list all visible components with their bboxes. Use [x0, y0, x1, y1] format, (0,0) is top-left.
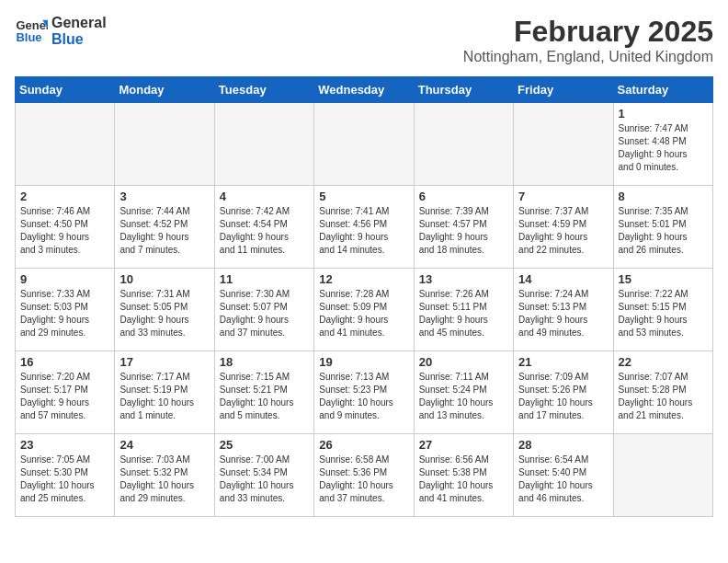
day-number: 7 [518, 190, 608, 203]
location-subtitle: Nottingham, England, United Kingdom [463, 49, 713, 65]
day-info: Sunrise: 7:26 AM Sunset: 5:11 PM Dayligh… [419, 288, 508, 339]
day-info: Sunrise: 6:56 AM Sunset: 5:38 PM Dayligh… [419, 454, 508, 505]
day-number: 15 [619, 272, 708, 286]
day-info: Sunrise: 7:42 AM Sunset: 4:54 PM Dayligh… [220, 205, 309, 257]
day-number: 17 [119, 355, 209, 369]
calendar-cell [115, 103, 214, 186]
day-number: 11 [220, 272, 309, 286]
day-number: 21 [518, 355, 608, 369]
day-info: Sunrise: 6:54 AM Sunset: 5:40 PM Dayligh… [518, 454, 608, 505]
calendar-cell: 13Sunrise: 7:26 AM Sunset: 5:11 PM Dayli… [414, 269, 513, 351]
logo-blue-text: Blue [51, 31, 107, 48]
calendar-cell: 24Sunrise: 7:03 AM Sunset: 5:32 PM Dayli… [115, 434, 214, 517]
calendar-week-3: 9Sunrise: 7:33 AM Sunset: 5:03 PM Daylig… [16, 269, 713, 351]
svg-text:Blue: Blue [16, 30, 41, 44]
calendar-cell: 19Sunrise: 7:13 AM Sunset: 5:23 PM Dayli… [314, 351, 414, 434]
day-info: Sunrise: 7:20 AM Sunset: 5:17 PM Dayligh… [20, 371, 109, 422]
calendar-cell [514, 103, 613, 186]
day-info: Sunrise: 7:22 AM Sunset: 5:15 PM Dayligh… [619, 288, 708, 339]
calendar-cell: 8Sunrise: 7:35 AM Sunset: 5:01 PM Daylig… [613, 186, 712, 269]
header: General Blue General Blue February 2025 … [15, 15, 713, 65]
day-info: Sunrise: 7:17 AM Sunset: 5:19 PM Dayligh… [119, 371, 209, 422]
calendar-header-wednesday: Wednesday [314, 77, 414, 103]
day-number: 26 [319, 438, 408, 452]
day-number: 20 [419, 355, 508, 369]
logo-icon: General Blue [15, 15, 48, 48]
calendar-header-saturday: Saturday [613, 77, 712, 103]
calendar-cell [16, 103, 115, 186]
day-number: 3 [119, 190, 209, 203]
day-number: 2 [20, 190, 109, 203]
day-info: Sunrise: 7:05 AM Sunset: 5:30 PM Dayligh… [20, 454, 109, 505]
day-number: 14 [518, 272, 608, 286]
calendar-cell: 27Sunrise: 6:56 AM Sunset: 5:38 PM Dayli… [414, 434, 513, 517]
day-info: Sunrise: 7:30 AM Sunset: 5:07 PM Dayligh… [220, 288, 309, 339]
logo-general-text: General [51, 15, 107, 31]
calendar-cell: 1Sunrise: 7:47 AM Sunset: 4:48 PM Daylig… [613, 103, 712, 186]
day-info: Sunrise: 7:35 AM Sunset: 5:01 PM Dayligh… [619, 205, 708, 257]
day-info: Sunrise: 7:00 AM Sunset: 5:34 PM Dayligh… [220, 454, 309, 505]
day-info: Sunrise: 7:33 AM Sunset: 5:03 PM Dayligh… [20, 288, 109, 339]
day-number: 6 [419, 190, 508, 203]
calendar-cell [314, 103, 414, 186]
calendar-header-friday: Friday [514, 77, 613, 103]
calendar-header-thursday: Thursday [414, 77, 513, 103]
logo: General Blue General Blue [15, 15, 107, 48]
calendar-cell: 25Sunrise: 7:00 AM Sunset: 5:34 PM Dayli… [214, 434, 313, 517]
calendar-week-2: 2Sunrise: 7:46 AM Sunset: 4:50 PM Daylig… [16, 186, 713, 269]
day-info: Sunrise: 7:03 AM Sunset: 5:32 PM Dayligh… [119, 454, 209, 505]
calendar-cell: 22Sunrise: 7:07 AM Sunset: 5:28 PM Dayli… [613, 351, 712, 434]
calendar-cell: 21Sunrise: 7:09 AM Sunset: 5:26 PM Dayli… [514, 351, 613, 434]
day-info: Sunrise: 7:15 AM Sunset: 5:21 PM Dayligh… [220, 371, 309, 422]
calendar-cell: 11Sunrise: 7:30 AM Sunset: 5:07 PM Dayli… [214, 269, 313, 351]
day-info: Sunrise: 6:58 AM Sunset: 5:36 PM Dayligh… [319, 454, 408, 505]
day-number: 22 [619, 355, 708, 369]
title-area: February 2025 Nottingham, England, Unite… [463, 15, 713, 65]
calendar-week-4: 16Sunrise: 7:20 AM Sunset: 5:17 PM Dayli… [16, 351, 713, 434]
month-year-title: February 2025 [463, 15, 713, 49]
calendar-cell: 6Sunrise: 7:39 AM Sunset: 4:57 PM Daylig… [414, 186, 513, 269]
calendar-header-monday: Monday [115, 77, 214, 103]
calendar-cell: 2Sunrise: 7:46 AM Sunset: 4:50 PM Daylig… [16, 186, 115, 269]
day-info: Sunrise: 7:31 AM Sunset: 5:05 PM Dayligh… [119, 288, 209, 339]
calendar-cell [613, 434, 712, 517]
calendar-cell: 10Sunrise: 7:31 AM Sunset: 5:05 PM Dayli… [115, 269, 214, 351]
day-info: Sunrise: 7:13 AM Sunset: 5:23 PM Dayligh… [319, 371, 408, 422]
calendar-cell: 18Sunrise: 7:15 AM Sunset: 5:21 PM Dayli… [214, 351, 313, 434]
calendar-cell: 20Sunrise: 7:11 AM Sunset: 5:24 PM Dayli… [414, 351, 513, 434]
day-info: Sunrise: 7:47 AM Sunset: 4:48 PM Dayligh… [619, 122, 708, 174]
calendar-cell: 15Sunrise: 7:22 AM Sunset: 5:15 PM Dayli… [613, 269, 712, 351]
day-number: 24 [119, 438, 209, 452]
day-number: 16 [20, 355, 109, 369]
day-number: 10 [119, 272, 209, 286]
calendar-header-row: SundayMondayTuesdayWednesdayThursdayFrid… [16, 77, 713, 103]
calendar-cell: 4Sunrise: 7:42 AM Sunset: 4:54 PM Daylig… [214, 186, 313, 269]
day-number: 19 [319, 355, 408, 369]
day-number: 23 [20, 438, 109, 452]
day-info: Sunrise: 7:46 AM Sunset: 4:50 PM Dayligh… [20, 205, 109, 257]
day-number: 4 [220, 190, 309, 203]
calendar-cell: 12Sunrise: 7:28 AM Sunset: 5:09 PM Dayli… [314, 269, 414, 351]
day-info: Sunrise: 7:39 AM Sunset: 4:57 PM Dayligh… [419, 205, 508, 257]
calendar-cell: 17Sunrise: 7:17 AM Sunset: 5:19 PM Dayli… [115, 351, 214, 434]
day-info: Sunrise: 7:44 AM Sunset: 4:52 PM Dayligh… [119, 205, 209, 257]
day-number: 25 [220, 438, 309, 452]
calendar-cell [214, 103, 313, 186]
calendar-cell: 23Sunrise: 7:05 AM Sunset: 5:30 PM Dayli… [16, 434, 115, 517]
day-info: Sunrise: 7:37 AM Sunset: 4:59 PM Dayligh… [518, 205, 608, 257]
calendar-cell: 7Sunrise: 7:37 AM Sunset: 4:59 PM Daylig… [514, 186, 613, 269]
day-info: Sunrise: 7:28 AM Sunset: 5:09 PM Dayligh… [319, 288, 408, 339]
calendar-cell: 5Sunrise: 7:41 AM Sunset: 4:56 PM Daylig… [314, 186, 414, 269]
calendar-week-1: 1Sunrise: 7:47 AM Sunset: 4:48 PM Daylig… [16, 103, 713, 186]
day-number: 9 [20, 272, 109, 286]
day-number: 18 [220, 355, 309, 369]
day-info: Sunrise: 7:41 AM Sunset: 4:56 PM Dayligh… [319, 205, 408, 257]
calendar-cell: 16Sunrise: 7:20 AM Sunset: 5:17 PM Dayli… [16, 351, 115, 434]
day-number: 12 [319, 272, 408, 286]
calendar-cell [414, 103, 513, 186]
day-info: Sunrise: 7:24 AM Sunset: 5:13 PM Dayligh… [518, 288, 608, 339]
day-number: 27 [419, 438, 508, 452]
calendar-cell: 28Sunrise: 6:54 AM Sunset: 5:40 PM Dayli… [514, 434, 613, 517]
day-number: 5 [319, 190, 408, 203]
calendar-header-sunday: Sunday [16, 77, 115, 103]
